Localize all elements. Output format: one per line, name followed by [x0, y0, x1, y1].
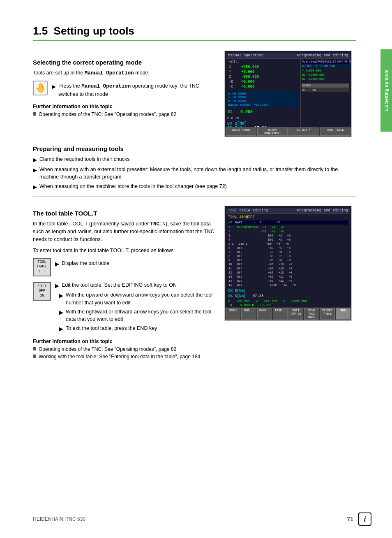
section3-further-item-2: Working with the tool table: See "Enteri…	[33, 353, 216, 360]
screenshot1-container: Manual operation Programming and editing…	[224, 51, 356, 137]
section3-step-display-text: ▶ Display the tool table	[55, 260, 109, 268]
section3-intro2: To enter tool data in the tool table TOO…	[33, 247, 216, 255]
scr2-bottom-bar: BEGIN END ↓ PAGE ↑ PAGE ↓ EDIT OFF ON FI…	[225, 307, 351, 320]
footer-brand: HEIDENHAIN iTNC 530	[33, 516, 85, 522]
section1-bold: Manual Operation	[85, 70, 134, 76]
section3-step-display: TOOL TABLE ↑ ↓ ▶ Display the tool table	[33, 258, 216, 276]
section3-intro1: In the tool table TOOL.T (permanently sa…	[33, 220, 216, 243]
square-bullet-icon-3	[33, 355, 36, 358]
screenshot2: Tool table editing Programming and editi…	[224, 206, 352, 321]
scr1-bottom-bar: TOUCH PROBE DATUM MANAGEMENT GO ROT + TO…	[225, 127, 351, 137]
section3-step-edit: EDIT OFF ON ▶ Edit the tool table: Set t…	[33, 280, 216, 334]
page-footer: HEIDENHAIN iTNC 530 71 i	[33, 512, 371, 526]
edit-icon: EDIT OFF ON	[33, 282, 51, 301]
footer-page-number: 71	[347, 516, 353, 522]
section3-further-info: Further information on this topic Operat…	[33, 339, 216, 361]
square-bullet-icon-2	[33, 347, 36, 350]
section1-step1-text: ▶ Press the Manual Operation operating m…	[52, 82, 216, 98]
section3-step-edit-sub3: ▶ To exit the tool table, press the END …	[59, 325, 216, 333]
section3-step-edit-sub1: ▶ With the upward or downward arrow keys…	[59, 291, 216, 307]
section1-heading: Selecting the correct operating mode	[33, 59, 216, 66]
scr1-header: Manual operation Programming and editing	[226, 53, 350, 59]
side-tab: 1.5 Setting up tools	[380, 49, 392, 132]
section1-further-title: Further information on this topic	[33, 104, 216, 109]
section2-bullet2: ▶ When measuring with an external tool p…	[33, 166, 356, 181]
section1-intro: Tools are set up in the Manual Operation…	[33, 69, 216, 77]
section1-step1: 🤚 ▶ Press the Manual Operation operating…	[33, 81, 216, 100]
section3-step-edit-title: ▶ Edit the tool table: Set the EDITING s…	[55, 281, 216, 290]
section2-bullet3: ▶ When measuring on the machine: store t…	[33, 183, 356, 191]
section2-heading: Preparing and measuring tools	[33, 145, 356, 152]
section3-heading: The tool table TOOL.T	[33, 210, 216, 217]
screenshot2-container: Tool table editing Programming and editi…	[224, 202, 356, 366]
section3-step-edit-sub2: ▶ With the rightward or leftward arrow k…	[59, 308, 216, 324]
scr2-header: Tool table editing Programming and editi…	[226, 208, 350, 214]
manual-operation-icon: 🤚	[33, 81, 48, 95]
square-bullet-icon	[33, 112, 36, 116]
section1-further-item-1: Operating modes of the TNC: See "Operati…	[33, 111, 216, 118]
screenshot1: Manual operation Programming and editing…	[224, 51, 352, 137]
section3-further-item-1: Operating modes of the TNC: See "Operati…	[33, 346, 216, 353]
section2-bullet1: ▶ Clamp the required tools in their chuc…	[33, 155, 356, 164]
section3-further-title: Further information on this topic	[33, 339, 216, 344]
tool-table-icon: TOOL TABLE ↑ ↓	[33, 258, 51, 276]
scr2-subheader: Tool length?	[226, 214, 350, 220]
info-icon: i	[358, 512, 371, 526]
page-title: 1.5 Setting up tools	[33, 25, 356, 41]
section1-further-info: Further information on this topic Operat…	[33, 104, 216, 118]
